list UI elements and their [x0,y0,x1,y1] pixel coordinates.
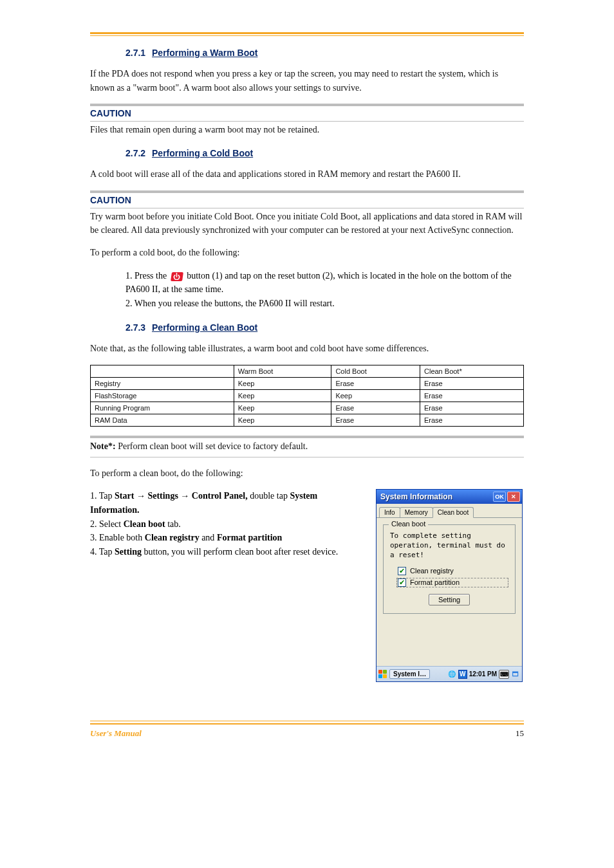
text: 3. Enable both [90,533,145,542]
note-lead: Note*: [90,441,116,451]
table-cell: Registry [91,377,234,389]
clean-steps-lead: To perform a clean boot, do the followin… [90,466,524,481]
checkbox-label: Clean registry [410,567,454,575]
desktop-icon[interactable]: 🗔 [511,670,520,679]
text: 1. Tap [90,491,115,501]
section-heading-warm-boot: 2.7.1 Performing a Warm Boot [126,48,524,58]
clean-boot-note: Note*: Perform clean boot will set devic… [90,439,524,453]
table-cell: Running Program [91,402,234,414]
clean-step-3: 3. Enable both Clean registry and Format… [90,531,364,545]
text: and [201,533,217,542]
setting-button[interactable]: Setting [429,594,470,605]
tab-memory[interactable]: Memory [400,507,433,517]
table-row: FlashStorage Keep Keep Erase [91,389,524,402]
section-heading-clean-boot: 2.7.3 Performing a Clean Boot [126,322,524,333]
section-number: 2.7.1 [126,48,145,58]
keyboard-icon[interactable]: ⌨ [499,670,509,679]
table-cell: Erase [420,414,524,426]
divider [90,190,524,193]
text: button (1) and tap on the reset button (… [126,271,512,295]
close-button[interactable]: ✕ [507,492,520,502]
footer: User's Manual 15 [90,721,524,739]
table-header: Cold Boot [331,365,420,377]
section-title: Performing a Warm Boot [152,48,257,58]
clean-step-2: 2. Select Clean boot tab. [90,517,364,531]
table-row: Warm Boot Cold Boot Clean Boot* [91,365,524,377]
input-w-icon[interactable]: W [458,670,467,679]
groupbox-text: To complete setting operation, terminal … [390,531,508,560]
table-cell: FlashStorage [91,389,234,402]
text: Settings [145,491,180,501]
groupbox-title: Clean boot [389,520,428,528]
section-number: 2.7.2 [126,148,145,158]
format-partition-checkbox[interactable]: ✔ [398,578,406,587]
note-text: Perform clean boot will set device to fa… [116,441,308,451]
caution-label: CAUTION [90,195,524,205]
page-number: 15 [516,728,524,739]
window-titlebar: System Information OK ✕ [377,490,522,504]
section-heading-cold-boot: 2.7.2 Performing a Cold Boot [126,148,524,158]
table-cell: Erase [331,377,420,389]
window-title: System Information [380,492,492,501]
cold-step-2: 2. When you release the buttons, the PA6… [126,297,524,311]
system-tray: 🌐 W 12:01 PM ⌨ 🗔 [447,670,520,679]
taskbar-app-button[interactable]: System I… [389,669,430,679]
table-header [91,365,234,377]
text: Control Panel, [189,491,250,501]
text: Start [115,491,136,501]
paragraph-note: Note that, as the following table illust… [90,342,524,356]
table-cell: Erase [331,414,420,426]
table-row: Running Program Keep Erase Erase [91,402,524,414]
network-icon[interactable]: 🌐 [447,670,456,679]
clean-step-4: 4. Tap Setting button, you will perform … [90,545,364,559]
divider [90,121,524,122]
divider [90,457,524,457]
clean-boot-groupbox: Clean boot To complete setting operation… [383,524,516,614]
text: Clean registry [145,533,201,542]
clean-registry-checkbox-row: ✔ Clean registry [398,567,508,575]
ok-button[interactable]: OK [493,492,506,502]
tab-clean-boot[interactable]: Clean boot [433,507,474,518]
section-title: Performing a Clean Boot [152,322,257,333]
clean-step-1: 1. Tap Start → Settings → Control Panel,… [90,489,364,517]
table-cell: RAM Data [91,414,234,426]
start-icon[interactable] [378,670,387,679]
table-cell: Keep [331,389,420,402]
divider [90,208,524,208]
text: double tap [250,491,290,501]
table-cell: Keep [234,414,331,426]
paragraph-cold-boot: A cold boot will erase all of the data a… [90,167,524,181]
clean-registry-checkbox[interactable]: ✔ [398,567,406,575]
text: 1. Press the [126,271,169,281]
table-cell: Erase [331,402,420,414]
table-row: RAM Data Keep Erase Erase [91,414,524,426]
checkbox-label: Format partition [410,578,460,586]
tab-body: Clean boot To complete setting operation… [377,518,522,666]
table-cell: Keep [234,402,331,414]
arrow-icon: → [136,491,145,501]
table-cell: Keep [234,377,331,389]
section-title: Performing a Cold Boot [152,148,253,158]
tabs-row: Info Memory Clean boot [377,504,522,518]
text: 4. Tap [90,547,115,557]
caution-label: CAUTION [90,108,524,118]
caution-text: Try warm boot before you initiate Cold B… [90,210,524,237]
divider [90,104,524,106]
tab-info[interactable]: Info [379,507,400,517]
table-cell: Erase [420,377,524,389]
text: Setting [115,547,144,557]
cold-steps-lead: To perform a cold boot, do the following… [90,246,524,260]
power-icon [171,272,183,281]
text: 2. Select [90,519,124,529]
text: tab. [167,519,181,529]
text: Clean boot [124,519,167,529]
caution-text: Files that remain open during a warm boo… [90,123,524,136]
text: button, you will perform clean boot afte… [144,547,339,557]
table-cell: Keep [234,389,331,402]
text: Format partition [217,533,282,542]
footer-left: User's Manual [90,728,142,739]
table-header: Warm Boot [234,365,331,377]
table-cell: Erase [420,389,524,402]
section-number: 2.7.3 [126,322,145,333]
taskbar: System I… 🌐 W 12:01 PM ⌨ 🗔 [377,666,522,681]
